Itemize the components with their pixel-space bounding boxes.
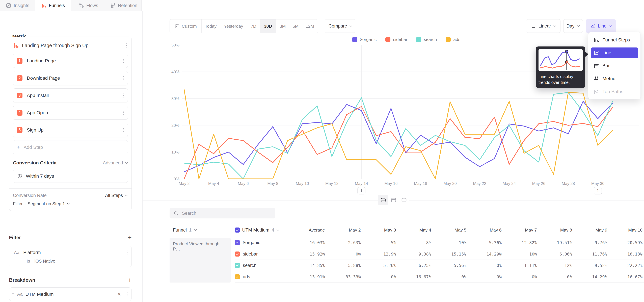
svg-text:May 2: May 2 (178, 181, 190, 186)
tab-retention[interactable]: Retention (106, 0, 142, 11)
breakdown-column-header[interactable]: UTM Medium 4 (235, 224, 280, 236)
scale-selector[interactable]: Linear (526, 19, 560, 33)
series-line-search (184, 92, 613, 179)
table-view-button[interactable] (399, 195, 409, 205)
column-header-average[interactable]: Average (293, 224, 325, 237)
value-cell: 8% (399, 237, 431, 248)
date-range-custom[interactable]: Custom (170, 20, 202, 33)
plus-icon: + (17, 144, 20, 150)
legend-item-search[interactable]: search (416, 37, 437, 42)
step-kebab-menu[interactable] (122, 92, 124, 98)
date-range-12m[interactable]: 12M (302, 20, 318, 33)
step-kebab-menu[interactable] (122, 75, 124, 81)
svg-text:May 30: May 30 (591, 181, 604, 186)
compare-label: Compare (328, 24, 347, 29)
chart-view-icon (391, 197, 396, 203)
date-range-today[interactable]: Today (202, 20, 220, 33)
filter-kebab-menu[interactable] (126, 250, 128, 256)
breakdown-card[interactable]: Aa UTM Medium ✕ (9, 288, 132, 301)
date-range-label: Custom (182, 24, 197, 29)
filter-segment-selector[interactable]: Filter + Segment on Step 1 (13, 201, 128, 206)
breakdown-kebab-menu[interactable] (126, 291, 128, 297)
chevron-down-icon (350, 25, 352, 27)
step-kebab-menu[interactable] (122, 110, 124, 116)
legend-item-sidebar[interactable]: sidebar (386, 37, 407, 42)
value-cell: 0% (505, 271, 537, 282)
date-range-6m[interactable]: 6M (289, 20, 302, 33)
legend-item-organic[interactable]: $organic (352, 37, 377, 42)
interval-selector[interactable]: Day (563, 19, 583, 33)
tab-funnels[interactable]: Funnels (36, 0, 71, 11)
advanced-toggle[interactable]: Advanced (103, 160, 128, 166)
drag-handle-icon[interactable] (12, 294, 14, 295)
interval-label: Day (566, 24, 574, 29)
chart-type-selector[interactable]: Line (586, 19, 616, 33)
row-checkbox[interactable] (235, 240, 240, 245)
date-range-yesterday[interactable]: Yesterday (220, 20, 247, 33)
row-label: $organic (243, 240, 260, 245)
column-header-may-5[interactable]: May 5 (434, 224, 466, 237)
column-header-may-10[interactable]: May 10 (611, 224, 642, 237)
split-view-button[interactable] (378, 195, 388, 205)
chevron-down-icon (609, 25, 612, 27)
conversion-window-selector[interactable]: Within 7 days (13, 170, 128, 183)
funnel-count: 1 (189, 228, 192, 233)
menu-item-funnel-steps[interactable]: Funnel Steps (591, 34, 638, 45)
table-search[interactable] (170, 208, 275, 218)
column-header-may-3[interactable]: May 3 (364, 224, 396, 237)
line-chart-icon (593, 50, 599, 56)
chevron-down-icon (125, 194, 128, 196)
linear-axis-icon (530, 23, 536, 29)
svg-text:May 8: May 8 (267, 181, 278, 186)
funnel-step-sign-up[interactable]: 5Sign Up (13, 123, 128, 137)
row-label: sidebar (243, 252, 258, 257)
funnel-kebab-menu[interactable] (125, 42, 128, 48)
svg-text:May 18: May 18 (414, 181, 427, 186)
report-type-tabs: InsightsFunnelsFlowsRetention (0, 0, 644, 11)
value-cell: 6.06% (540, 248, 572, 260)
funnel-step-app-open[interactable]: 4App Open (13, 106, 128, 120)
legend-label: $organic (360, 37, 377, 42)
date-range-7d[interactable]: 7D (247, 20, 260, 33)
add-breakdown-button[interactable]: + (128, 277, 132, 283)
column-header-may-2[interactable]: May 2 (329, 224, 361, 237)
funnel-step-landing-page[interactable]: 1Landing Page (13, 54, 128, 68)
search-input[interactable] (182, 210, 271, 216)
step-kebab-menu[interactable] (122, 58, 124, 64)
all-steps-selector[interactable]: All Steps (105, 193, 128, 198)
property-type-badge: Aa (14, 250, 20, 255)
menu-item-line[interactable]: Line (591, 48, 638, 58)
column-header-may-7[interactable]: May 7 (505, 224, 537, 237)
add-step-button[interactable]: + Add Step (13, 140, 128, 154)
value-cell: 16.03% (293, 237, 325, 248)
menu-item-bar[interactable]: Bar (591, 60, 638, 71)
legend-item-ads[interactable]: ads (446, 37, 460, 42)
chart-view-button[interactable] (388, 195, 399, 205)
value-cell: 20.59% (611, 237, 642, 248)
date-range-3m[interactable]: 3M (276, 20, 289, 33)
filter-card[interactable]: Aa Platform Is iOS Native (9, 246, 132, 267)
funnel-step-app-install[interactable]: 3App Install (13, 88, 128, 102)
funnel-column-header[interactable]: Funnel 1 (173, 224, 197, 236)
column-header-may-9[interactable]: May 9 (576, 224, 607, 237)
funnel-group-cell[interactable]: Product Viewed through P… (170, 238, 230, 282)
add-filter-button[interactable]: + (128, 234, 132, 241)
row-checkbox[interactable] (235, 263, 240, 268)
compare-button[interactable]: Compare (325, 19, 356, 33)
remove-breakdown-icon[interactable]: ✕ (116, 291, 123, 298)
date-range-30d[interactable]: 30D (260, 20, 276, 33)
column-header-may-6[interactable]: May 6 (470, 224, 502, 237)
column-header-may-8[interactable]: May 8 (540, 224, 572, 237)
tab-insights[interactable]: Insights (0, 0, 36, 11)
value-cell: 9.38% (399, 248, 431, 260)
value-cell: 0% (329, 248, 361, 260)
tab-flows[interactable]: Flows (71, 0, 106, 11)
step-kebab-menu[interactable] (122, 127, 124, 133)
row-checkbox[interactable] (235, 274, 240, 279)
menu-item-metric[interactable]: Metric (591, 73, 638, 84)
select-all-checkbox[interactable] (235, 228, 240, 232)
funnel-step-download-page[interactable]: 2Download Page (13, 71, 128, 85)
step-label: App Open (27, 110, 122, 116)
column-header-may-4[interactable]: May 4 (399, 224, 431, 237)
row-checkbox[interactable] (235, 252, 240, 256)
